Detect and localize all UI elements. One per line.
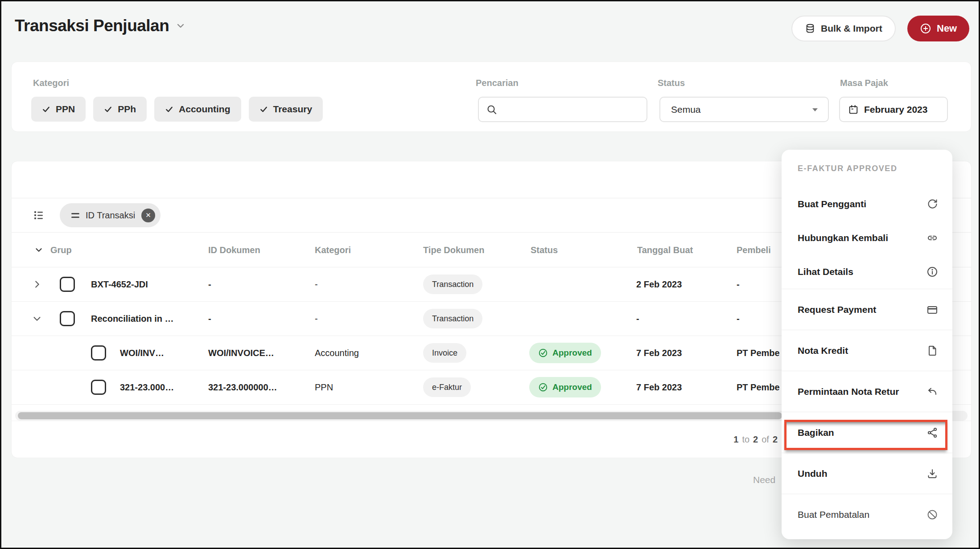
remove-filter-icon[interactable]: ✕ bbox=[141, 209, 155, 222]
new-button[interactable]: New bbox=[907, 16, 969, 41]
col-header-tanggal-buat[interactable]: Tanggal Buat bbox=[637, 245, 693, 255]
kategori-chip-accounting[interactable]: Accounting bbox=[154, 97, 241, 122]
check-icon bbox=[165, 105, 173, 114]
filter-chip-label: ID Transaksi bbox=[86, 210, 135, 221]
pagination-from: 1 bbox=[733, 434, 738, 445]
calendar-icon bbox=[848, 104, 859, 115]
expand-chevron-right-icon[interactable] bbox=[32, 279, 42, 289]
grup-sort-chevron-down-icon[interactable] bbox=[34, 245, 44, 255]
menu-item-permintaan-nota-retur[interactable]: Permintaan Nota Retur bbox=[782, 371, 952, 412]
cell-grup[interactable]: BXT-4652-JDI bbox=[91, 279, 148, 290]
col-header-tipe-dokumen[interactable]: Tipe Dokumen bbox=[423, 245, 484, 255]
new-label: New bbox=[937, 23, 957, 34]
circle-check-icon bbox=[538, 382, 548, 392]
menu-item-label: Request Payment bbox=[798, 304, 876, 315]
menu-item-unduh[interactable]: Unduh bbox=[782, 453, 952, 494]
chip-label: PPh bbox=[118, 104, 136, 115]
pagination-to: 2 bbox=[753, 434, 758, 445]
cell-pembeli: - bbox=[737, 314, 740, 324]
credit-card-icon bbox=[926, 304, 938, 315]
check-icon bbox=[104, 105, 112, 114]
status-select-value: Semua bbox=[671, 104, 701, 115]
menu-item-label: Lihat Details bbox=[798, 266, 853, 277]
cell-id-dokumen: - bbox=[208, 279, 211, 290]
cell-tanggal: 7 Feb 2023 bbox=[636, 348, 682, 358]
menu-item-buat-pembatalan[interactable]: Buat Pembatalan bbox=[782, 494, 952, 535]
list-view-icon[interactable] bbox=[33, 209, 45, 221]
equals-icon bbox=[71, 213, 79, 218]
page-title-wrap: Transaksi Penjualan bbox=[15, 16, 186, 35]
plus-circle-icon bbox=[920, 23, 931, 34]
kategori-chips: PPN PPh Accounting Treasury bbox=[31, 97, 323, 122]
title-chevron-down-icon[interactable] bbox=[175, 20, 186, 31]
menu-item-label: Hubungkan Kembali bbox=[798, 233, 888, 243]
status-badge: Approved bbox=[529, 377, 601, 397]
menu-item-label: Buat Pengganti bbox=[798, 199, 866, 209]
menu-item-label: Unduh bbox=[798, 468, 827, 479]
cell-id-dokumen: 321-23.000000… bbox=[208, 382, 277, 393]
kategori-chip-treasury[interactable]: Treasury bbox=[249, 97, 323, 122]
row-checkbox[interactable] bbox=[91, 345, 106, 361]
row-checkbox[interactable] bbox=[60, 311, 75, 326]
kategori-chip-pph[interactable]: PPh bbox=[93, 97, 147, 122]
cell-kategori: PPN bbox=[315, 382, 333, 393]
chip-label: Accounting bbox=[179, 104, 231, 115]
cell-grup[interactable]: WOI/INV… bbox=[120, 348, 164, 358]
row-checkbox[interactable] bbox=[60, 277, 75, 292]
bulk-import-button[interactable]: Bulk & Import bbox=[791, 16, 896, 41]
col-header-status[interactable]: Status bbox=[531, 245, 558, 255]
horizontal-scrollbar-thumb[interactable] bbox=[18, 412, 782, 419]
cell-pembeli: - bbox=[737, 279, 740, 290]
row-context-menu: E-FAKTUR APPROVED Buat Pengganti Hubungk… bbox=[782, 150, 952, 539]
menu-item-label: Permintaan Nota Retur bbox=[798, 386, 899, 397]
cell-tanggal: 2 Feb 2023 bbox=[636, 279, 682, 290]
menu-section-label: E-FAKTUR APPROVED bbox=[782, 150, 952, 187]
menu-item-nota-kredit[interactable]: Nota Kredit bbox=[782, 330, 952, 371]
search-input[interactable] bbox=[502, 104, 639, 115]
status-badge: Approved bbox=[529, 343, 601, 363]
info-icon bbox=[926, 266, 938, 278]
ban-icon bbox=[926, 509, 938, 520]
menu-item-request-payment[interactable]: Request Payment bbox=[782, 289, 952, 330]
cell-kategori: Accounting bbox=[315, 348, 359, 358]
status-label: Approved bbox=[552, 382, 592, 392]
status-label: Status bbox=[658, 78, 685, 88]
link-icon bbox=[926, 232, 938, 244]
col-header-pembeli[interactable]: Pembeli bbox=[737, 245, 771, 255]
circle-check-icon bbox=[538, 348, 548, 358]
status-select[interactable]: Semua bbox=[659, 97, 829, 122]
refresh-icon bbox=[926, 198, 938, 210]
menu-item-label: Buat Pembatalan bbox=[798, 509, 869, 520]
cell-kategori: - bbox=[315, 314, 318, 324]
bulk-import-label: Bulk & Import bbox=[821, 23, 882, 34]
cell-tanggal: 7 Feb 2023 bbox=[636, 382, 682, 393]
masa-pajak-button[interactable]: February 2023 bbox=[839, 97, 948, 122]
tipe-badge: Transaction bbox=[423, 309, 482, 328]
cell-id-dokumen: WOI/INVOICE… bbox=[208, 348, 274, 358]
row-checkbox[interactable] bbox=[91, 380, 106, 395]
col-header-kategori[interactable]: Kategori bbox=[315, 245, 351, 255]
col-header-id-dokumen[interactable]: ID Dokumen bbox=[208, 245, 260, 255]
pencarian-label: Pencarian bbox=[476, 78, 519, 88]
filter-chip-id-transaksi[interactable]: ID Transaksi ✕ bbox=[60, 203, 161, 227]
cell-grup[interactable]: 321-23.000… bbox=[120, 382, 174, 393]
return-arrow-icon bbox=[926, 386, 938, 397]
menu-item-label: Nota Kredit bbox=[798, 345, 848, 356]
menu-item-lihat-details[interactable]: Lihat Details bbox=[782, 255, 952, 289]
annotation-highlight-bagikan bbox=[784, 420, 947, 450]
database-icon bbox=[805, 23, 815, 34]
cell-grup[interactable]: Reconciliation in … bbox=[91, 314, 174, 324]
check-icon bbox=[42, 105, 50, 114]
tipe-badge: e-Faktur bbox=[423, 377, 471, 397]
kategori-chip-ppn[interactable]: PPN bbox=[31, 97, 86, 122]
menu-item-hubungkan-kembali[interactable]: Hubungkan Kembali bbox=[782, 221, 952, 255]
menu-item-buat-pengganti[interactable]: Buat Pengganti bbox=[782, 187, 952, 221]
pagination-status: 1 to 2 of 2 bbox=[733, 434, 778, 445]
chip-label: PPN bbox=[56, 104, 75, 115]
app-screen: Transaksi Penjualan Bulk & Import New Ka… bbox=[0, 0, 980, 549]
search-icon bbox=[486, 104, 498, 115]
col-header-grup[interactable]: Grup bbox=[50, 245, 72, 255]
expand-chevron-down-icon[interactable] bbox=[32, 314, 42, 324]
need-help-text[interactable]: Need bbox=[753, 475, 775, 485]
tipe-badge: Transaction bbox=[423, 274, 482, 294]
